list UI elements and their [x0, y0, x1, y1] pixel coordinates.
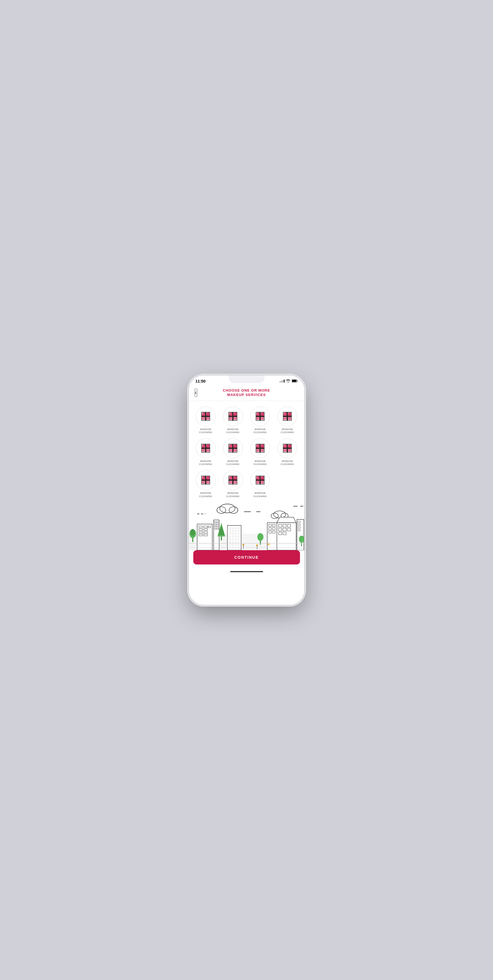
status-bar: 11:50 — [189, 375, 305, 385]
svg-rect-21 — [229, 416, 237, 417]
service-label-11: WINDOW CLEANING — [254, 492, 267, 498]
service-item-11[interactable]: WINDOW CLEANING — [248, 470, 273, 498]
status-icons — [280, 379, 298, 383]
phone-shell: 11:50 — [189, 375, 305, 605]
svg-rect-155 — [197, 524, 212, 550]
svg-rect-200 — [277, 523, 296, 550]
service-label-5: WINDOW CLEANING — [199, 460, 212, 466]
service-item-4[interactable]: WINDOW CLEANING — [275, 406, 300, 434]
back-button[interactable]: ‹ — [195, 388, 198, 397]
svg-point-216 — [268, 543, 270, 545]
svg-rect-180 — [227, 525, 241, 550]
status-time: 11:50 — [196, 379, 206, 383]
svg-point-176 — [190, 529, 195, 536]
svg-rect-129 — [256, 480, 264, 480]
svg-point-222 — [299, 536, 305, 543]
svg-rect-45 — [283, 416, 292, 417]
header-title: CHOOSE ONE OR MORE MAKEUP SERVICES — [223, 388, 270, 398]
continue-button[interactable]: CONTINUE — [193, 550, 300, 565]
service-icon-8 — [278, 438, 297, 458]
service-icon-2 — [223, 406, 243, 426]
service-item-1[interactable]: WINDOW CLEANING — [193, 406, 218, 434]
service-label-7: WINDOW CLEANING — [254, 460, 267, 466]
service-item-9[interactable]: WINDOW CLEANING — [193, 470, 218, 498]
service-icon-9 — [196, 470, 215, 490]
battery-icon — [292, 379, 298, 383]
svg-rect-9 — [201, 416, 210, 417]
header: ‹ CHOOSE ONE OR MORE MAKEUP SERVICES — [189, 385, 305, 401]
services-grid: WINDOW CLEANING WINDOW CLEANI — [189, 401, 305, 500]
home-bar — [230, 571, 263, 572]
home-indicator — [189, 569, 305, 574]
service-label-1: WINDOW CLEANING — [199, 428, 212, 434]
service-icon-5 — [196, 438, 215, 458]
content-area: WINDOW CLEANING WINDOW CLEANI — [189, 401, 305, 605]
svg-marker-199 — [277, 517, 296, 523]
service-icon-4 — [278, 406, 297, 426]
service-label-9: WINDOW CLEANING — [199, 492, 212, 498]
service-icon-7 — [250, 438, 270, 458]
svg-rect-69 — [229, 448, 237, 449]
service-icon-3 — [250, 406, 270, 426]
service-item-7[interactable]: WINDOW CLEANING — [248, 438, 273, 466]
svg-rect-192 — [267, 523, 278, 550]
service-label-8: WINDOW CLEANING — [281, 460, 294, 466]
service-icon-10 — [223, 470, 243, 490]
service-icon-1 — [196, 406, 215, 426]
svg-rect-117 — [229, 480, 237, 480]
service-item-2[interactable]: WINDOW CLEANING — [220, 406, 246, 434]
svg-rect-1 — [292, 380, 296, 382]
service-item-8[interactable]: WINDOW CLEANING — [275, 438, 300, 466]
svg-point-220 — [257, 533, 263, 541]
service-label-4: WINDOW CLEANING — [281, 428, 294, 434]
signal-icon — [280, 380, 285, 383]
svg-rect-33 — [256, 416, 264, 417]
svg-rect-81 — [256, 448, 264, 449]
service-item-5[interactable]: WINDOW CLEANING — [193, 438, 218, 466]
service-icon-6 — [223, 438, 243, 458]
service-item-6[interactable]: WINDOW CLEANING — [220, 438, 246, 466]
svg-rect-105 — [201, 480, 210, 480]
service-label-6: WINDOW CLEANING — [226, 460, 239, 466]
city-illustration — [189, 501, 305, 550]
service-icon-11 — [250, 470, 270, 490]
service-label-2: WINDOW CLEANING — [226, 428, 239, 434]
phone-screen: 11:50 — [189, 375, 305, 605]
service-label-10: WINDOW CLEANING — [226, 492, 239, 498]
service-label-3: WINDOW CLEANING — [254, 428, 267, 434]
svg-rect-57 — [201, 448, 210, 449]
svg-rect-93 — [283, 448, 292, 449]
wifi-icon — [286, 379, 290, 383]
notch — [229, 375, 265, 383]
service-item-10[interactable]: WINDOW CLEANING — [220, 470, 246, 498]
service-item-3[interactable]: WINDOW CLEANING — [248, 406, 273, 434]
